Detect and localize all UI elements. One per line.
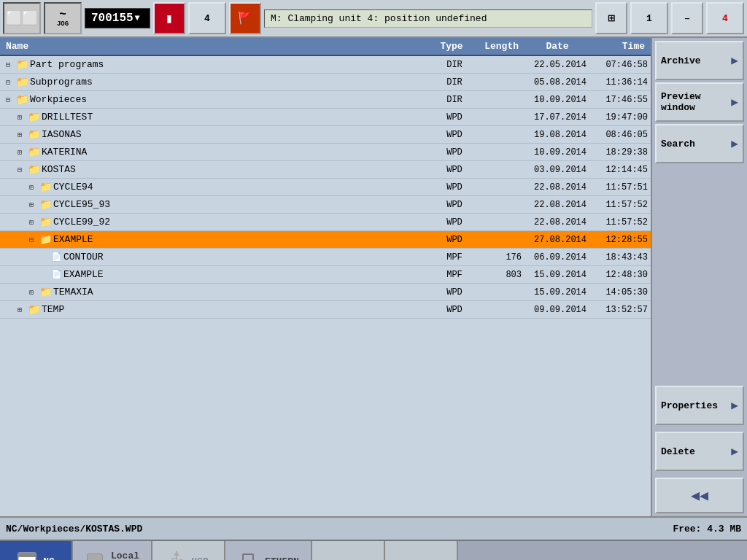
table-row[interactable]: ⊟ 📁 KOSTAS WPD 03.09.2014 12:14:45 xyxy=(0,161,651,179)
col-length-header: Length xyxy=(473,41,525,52)
expand-icon[interactable]: ⊟ xyxy=(6,96,13,104)
row-name-cell: ⊞ 📁 TEMAXIA xyxy=(29,286,433,298)
row-name-cell: ⊞ 📁 CYCLE94 xyxy=(29,181,433,193)
file-name: CONTOUR xyxy=(63,252,104,262)
table-row[interactable]: 📄 CONTOUR MPF 176 06.09.2014 18:43:43 xyxy=(0,249,651,266)
status-bar: NC/Workpieces/KOSTAS.WPD Free: 4.3 MB xyxy=(0,516,747,540)
table-row[interactable]: ⊞ 📁 KATERINA WPD 10.09.2014 18:29:38 xyxy=(0,144,651,161)
table-row[interactable]: ⊟ 📁 Part programs DIR 22.05.2014 07:46:5… xyxy=(0,56,651,74)
table-row[interactable]: ⊟ 📁 EXAMPLE WPD 27.08.2014 12:28:55 xyxy=(0,231,651,249)
row-type-cell: MPF xyxy=(433,252,476,262)
flag-btn[interactable]: 🚩 xyxy=(229,2,261,34)
nc-tab-label: NC xyxy=(43,556,55,560)
net-btn[interactable]: ⊞ xyxy=(595,2,627,34)
jog-label: JOG xyxy=(57,20,69,28)
position-display: 700155 ▼ xyxy=(85,8,150,28)
preview-window-button[interactable]: Previewwindow ▶ xyxy=(655,82,744,122)
tab-nc[interactable]: NC xyxy=(0,541,73,560)
expand-icon[interactable]: ⊞ xyxy=(18,113,25,122)
preview-label: Previewwindow xyxy=(661,91,731,113)
row-type-cell: MPF xyxy=(433,270,476,280)
tab-usb[interactable]: USB xyxy=(152,541,225,560)
file-name: CYCLE94 xyxy=(53,182,93,192)
row-time-cell: 18:43:43 xyxy=(593,252,648,262)
file-name: EXAMPLE xyxy=(63,269,104,280)
row-name-cell: ⊟ 📁 Subprograms xyxy=(6,76,433,88)
bottom-tabs: NC Localdrive USB ETHERN xyxy=(0,540,747,560)
usb-label: USB xyxy=(191,556,208,560)
expand-icon[interactable]: ⊟ xyxy=(6,61,13,69)
search-button[interactable]: Search ▶ xyxy=(655,124,744,163)
row-time-cell: 08:46:05 xyxy=(593,130,648,140)
ethern-label: ETHERN xyxy=(265,556,299,560)
row-date-cell: 10.09.2014 xyxy=(527,95,593,105)
expand-icon[interactable]: ⊞ xyxy=(18,148,25,157)
expand-icon[interactable]: ⊞ xyxy=(18,306,25,314)
archive-button[interactable]: Archive ▶ xyxy=(655,41,744,80)
mode-btn-1[interactable]: ▮ xyxy=(153,2,185,34)
delete-button[interactable]: Delete ▶ xyxy=(655,432,744,471)
expand-icon[interactable]: ⊞ xyxy=(29,288,36,297)
table-row[interactable]: ⊞ 📁 CYCLE94 WPD 22.08.2014 11:57:51 xyxy=(0,179,651,196)
usb-icon xyxy=(168,550,185,560)
table-row[interactable]: ⊟ 📁 Workpieces DIR 10.09.2014 17:46:55 xyxy=(0,91,651,109)
archive-label: Archive xyxy=(661,55,731,66)
row-date-cell: 15.09.2014 xyxy=(527,287,593,298)
back-button[interactable]: ◀◀ xyxy=(655,478,744,513)
table-row[interactable]: ⊞ 📁 CYCLE95_93 WPD 22.08.2014 11:57:52 xyxy=(0,196,651,214)
row-date-cell: 27.08.2014 xyxy=(527,235,593,245)
table-row[interactable]: ⊞ 📁 CYCLE99_92 WPD 22.08.2014 11:57:52 xyxy=(0,214,651,231)
row-time-cell: 07:46:58 xyxy=(593,60,648,70)
table-row[interactable]: ⊞ 📁 IASONAS WPD 19.08.2014 08:46:05 xyxy=(0,126,651,144)
row-date-cell: 19.08.2014 xyxy=(527,130,593,140)
archive-arrow-icon: ▶ xyxy=(731,53,738,68)
tab-ethern[interactable]: ETHERN xyxy=(225,541,312,560)
delete-label: Delete xyxy=(661,446,731,457)
table-row[interactable]: 📄 EXAMPLE MPF 803 15.09.2014 12:48:30 xyxy=(0,266,651,284)
file-name: TEMP xyxy=(42,304,64,315)
search-label: Search xyxy=(661,139,731,149)
file-name: DRILLTEST xyxy=(42,112,93,122)
nc-icon xyxy=(17,550,37,560)
file-name: EXAMPLE xyxy=(53,234,93,245)
row-type-cell: DIR xyxy=(433,77,476,88)
file-icon: 📄 xyxy=(51,252,62,262)
table-row[interactable]: ⊟ 📁 Subprograms DIR 05.08.2014 11:36:14 xyxy=(0,74,651,91)
minus-btn[interactable]: — xyxy=(671,2,703,34)
expand-icon[interactable]: ⊟ xyxy=(18,166,25,174)
expand-icon[interactable]: ⊟ xyxy=(29,236,36,244)
local-drive-label: Localdrive xyxy=(111,551,139,560)
row-type-cell: WPD xyxy=(433,165,476,175)
file-icon: 📄 xyxy=(51,269,62,280)
table-row[interactable]: ⊞ 📁 DRILLTEST WPD 17.07.2014 19:47:00 xyxy=(0,109,651,126)
folder-icon: 📁 xyxy=(39,181,52,193)
table-row[interactable]: ⊞ 📁 TEMAXIA WPD 15.09.2014 14:05:30 xyxy=(0,284,651,301)
jog-pages-button[interactable]: ⬜⬜ xyxy=(3,2,41,34)
svg-rect-1 xyxy=(18,553,36,557)
table-row[interactable]: ⊞ 📁 TEMP WPD 09.09.2014 13:52:57 xyxy=(0,301,651,319)
expand-icon[interactable]: ⊞ xyxy=(29,218,36,227)
properties-button[interactable]: Properties ▶ xyxy=(655,386,744,425)
row-type-cell: WPD xyxy=(433,182,476,192)
preview-arrow-icon: ▶ xyxy=(731,95,738,109)
file-name: CYCLE99_92 xyxy=(53,217,110,228)
row-date-cell: 03.09.2014 xyxy=(527,165,593,175)
expand-icon[interactable]: ⊞ xyxy=(18,131,25,139)
row-name-cell: ⊟ 📁 Workpieces xyxy=(6,93,433,106)
local-drive-icon xyxy=(85,550,105,560)
row-type-cell: DIR xyxy=(433,95,476,105)
status-message: M: Clamping unit 4: position undefined xyxy=(264,9,592,28)
folder-icon: 📁 xyxy=(39,216,52,228)
tab-local-drive[interactable]: Localdrive xyxy=(73,541,152,560)
row-length-cell: 803 xyxy=(476,270,527,280)
row-name-cell: ⊟ 📁 EXAMPLE xyxy=(29,233,433,246)
row-name-cell: ⊞ 📁 CYCLE95_93 xyxy=(29,198,433,211)
folder-icon: 📁 xyxy=(39,198,52,211)
expand-icon[interactable]: ⊞ xyxy=(29,183,36,192)
row-type-cell: WPD xyxy=(433,130,476,140)
expand-icon[interactable]: ⊟ xyxy=(6,78,13,87)
toolbar: ⬜⬜ ~ JOG 700155 ▼ ▮ 4 🚩 M: Clamping unit… xyxy=(0,0,747,38)
jog-button[interactable]: ~ JOG xyxy=(44,2,82,34)
folder-icon: 📁 xyxy=(16,93,28,106)
expand-icon[interactable]: ⊞ xyxy=(29,201,36,209)
